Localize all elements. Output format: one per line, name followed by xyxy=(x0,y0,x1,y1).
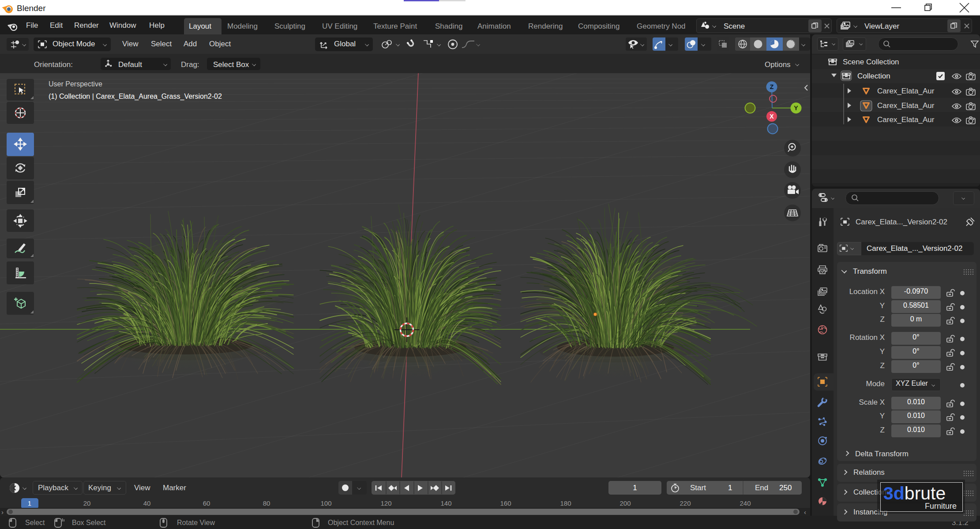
svg-text:Z: Z xyxy=(770,83,774,90)
svg-text:X: X xyxy=(770,113,774,120)
svg-text:Y: Y xyxy=(794,104,798,112)
